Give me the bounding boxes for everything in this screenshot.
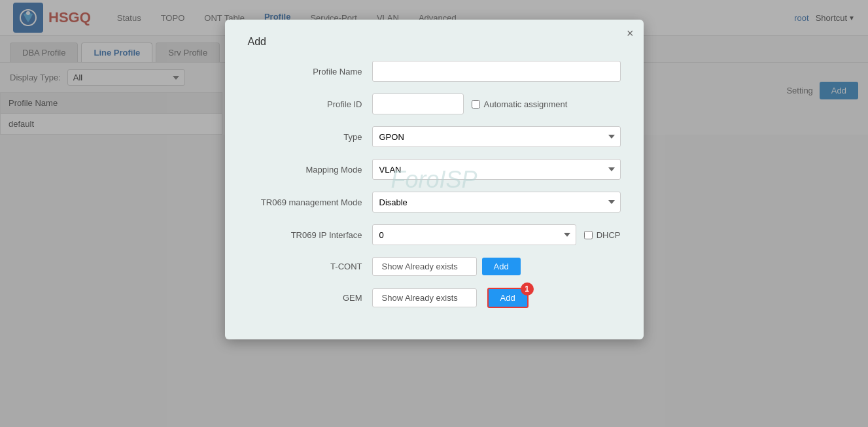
automatic-assignment-text: Automatic assignment bbox=[484, 99, 568, 109]
automatic-assignment-label: Automatic assignment bbox=[472, 99, 568, 109]
profile-name-row: Profile Name bbox=[248, 61, 621, 82]
profile-name-label: Profile Name bbox=[248, 67, 372, 77]
modal-close-button[interactable]: × bbox=[627, 27, 634, 39]
t-cont-add-button[interactable]: Add bbox=[482, 258, 521, 275]
type-label: Type bbox=[248, 132, 372, 142]
gem-badge: 1 bbox=[521, 282, 534, 296]
gem-row: GEM Show Already exists Add 1 bbox=[248, 288, 621, 308]
type-row: Type GPON bbox=[248, 126, 621, 147]
t-cont-row: T-CONT Show Already exists Add bbox=[248, 257, 621, 276]
gem-show-exists-button[interactable]: Show Already exists bbox=[372, 288, 477, 307]
profile-id-label: Profile ID bbox=[248, 99, 372, 109]
profile-id-input[interactable] bbox=[372, 94, 464, 114]
tr069-mgmt-select[interactable]: Disable bbox=[372, 192, 621, 213]
tr069-mgmt-row: TR069 management Mode Disable bbox=[248, 192, 621, 213]
type-select[interactable]: GPON bbox=[372, 126, 621, 147]
mapping-mode-label: Mapping Mode bbox=[248, 165, 372, 175]
profile-name-input[interactable] bbox=[372, 61, 621, 82]
mapping-mode-row: Mapping Mode VLAN bbox=[248, 159, 621, 180]
tr069-mgmt-label: TR069 management Mode bbox=[248, 197, 372, 207]
tr069-ip-label: TR069 IP Interface bbox=[248, 230, 372, 240]
mapping-mode-select[interactable]: VLAN bbox=[372, 159, 621, 180]
dhcp-checkbox[interactable] bbox=[584, 231, 593, 239]
modal-overlay: Add × ForoISP Profile Name Profile ID Au… bbox=[0, 0, 868, 427]
t-cont-show-exists-button[interactable]: Show Already exists bbox=[372, 257, 477, 276]
automatic-assignment-checkbox[interactable] bbox=[472, 100, 480, 109]
tr069-ip-row: TR069 IP Interface 0 DHCP bbox=[248, 224, 621, 245]
tr069-ip-select[interactable]: 0 bbox=[372, 224, 576, 245]
t-cont-label: T-CONT bbox=[248, 262, 372, 271]
dhcp-text: DHCP bbox=[597, 230, 621, 240]
gem-label: GEM bbox=[248, 293, 372, 303]
modal-title: Add bbox=[248, 36, 621, 48]
profile-id-row: Profile ID Automatic assignment bbox=[248, 94, 621, 114]
add-modal: Add × ForoISP Profile Name Profile ID Au… bbox=[225, 20, 644, 339]
dhcp-label: DHCP bbox=[584, 230, 621, 240]
